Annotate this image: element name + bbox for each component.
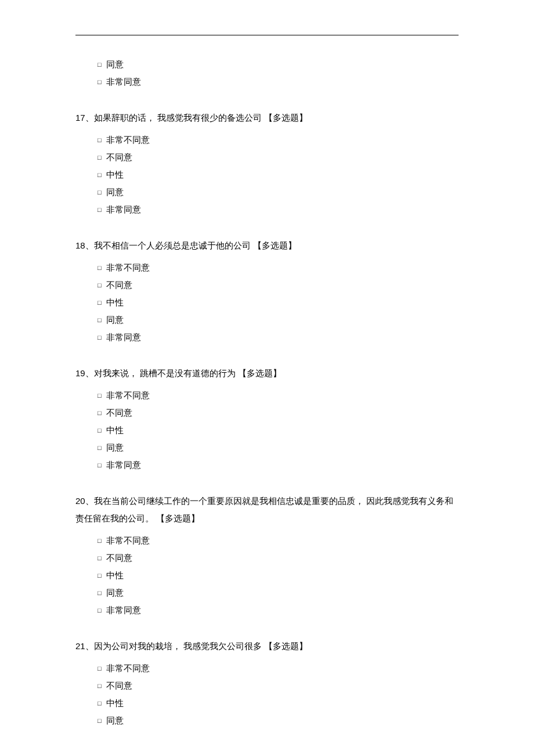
question-body: 我在当前公司继续工作的一个重要原因就是我相信忠诚是重要的品质， 因此我感觉我有义… [75, 496, 453, 523]
question-tag: 【多选题】 [156, 513, 200, 523]
checkbox-icon[interactable]: □ [98, 586, 102, 599]
question-number: 20、 [75, 496, 94, 506]
checkbox-icon[interactable]: □ [98, 441, 102, 454]
option-label: 中性 [106, 694, 124, 712]
option-item: □ 非常同意 [98, 456, 459, 474]
checkbox-icon[interactable]: □ [98, 604, 102, 617]
question-text: 18、我不相信一个人必须总是忠诚于他的公司 【多选题】 [75, 237, 459, 254]
option-label: 中性 [106, 422, 124, 439]
checkbox-icon[interactable]: □ [98, 697, 102, 710]
checkbox-icon[interactable]: □ [98, 279, 102, 291]
question-body: 如果辞职的话， 我感觉我有很少的备选公司 [94, 113, 262, 123]
checkbox-icon[interactable]: □ [98, 389, 102, 402]
question-tag: 【多选题】 [238, 368, 282, 378]
option-list: □ 非常不同意 □ 不同意 □ 中性 □ 同意 □ 非常同意 [75, 259, 459, 346]
option-label: 不同意 [106, 549, 132, 567]
option-item: □ 同意 [98, 712, 459, 729]
option-item: □ 非常同意 [98, 329, 459, 346]
question-text: 20、我在当前公司继续工作的一个重要原因就是我相信忠诚是重要的品质， 因此我感觉… [75, 492, 459, 527]
question-number: 21、 [75, 641, 94, 651]
option-label: 同意 [106, 311, 124, 329]
option-label: 非常同意 [106, 201, 141, 218]
option-item: □ 非常不同意 [98, 259, 459, 276]
option-label: 同意 [106, 183, 124, 201]
question-block-18: 18、我不相信一个人必须总是忠诚于他的公司 【多选题】 □ 非常不同意 □ 不同… [75, 237, 459, 346]
question-number: 18、 [75, 240, 94, 250]
question-body: 对我来说， 跳槽不是没有道德的行为 [94, 368, 236, 378]
option-label: 非常不同意 [106, 387, 150, 404]
question-text: 21、因为公司对我的栽培， 我感觉我欠公司很多 【多选题】 [75, 638, 459, 655]
option-list: □ 非常不同意 □ 不同意 □ 中性 □ 同意 □ 非常同意 [75, 387, 459, 474]
option-item: □ 非常同意 [98, 73, 459, 91]
checkbox-icon[interactable]: □ [98, 552, 102, 564]
option-item: □ 中性 [98, 166, 459, 183]
option-item: □ 中性 [98, 422, 459, 439]
checkbox-icon[interactable]: □ [98, 168, 102, 181]
option-label: 同意 [106, 584, 124, 602]
question-tag: 【多选题】 [264, 641, 308, 651]
option-item: □ 同意 [98, 183, 459, 201]
option-item: □ 中性 [98, 694, 459, 712]
question-block-17: 17、如果辞职的话， 我感觉我有很少的备选公司 【多选题】 □ 非常不同意 □ … [75, 109, 459, 218]
question-block-20: 20、我在当前公司继续工作的一个重要原因就是我相信忠诚是重要的品质， 因此我感觉… [75, 492, 459, 619]
option-label: 中性 [106, 166, 124, 183]
option-item: □ 非常不同意 [98, 131, 459, 149]
checkbox-icon[interactable]: □ [98, 424, 102, 437]
checkbox-icon[interactable]: □ [98, 75, 102, 88]
checkbox-icon[interactable]: □ [98, 714, 102, 727]
checkbox-icon[interactable]: □ [98, 662, 102, 675]
checkbox-icon[interactable]: □ [98, 203, 102, 216]
option-item: □ 不同意 [98, 149, 459, 166]
option-label: 不同意 [106, 149, 132, 166]
question-number: 19、 [75, 368, 94, 378]
checkbox-icon[interactable]: □ [98, 331, 102, 344]
checkbox-icon[interactable]: □ [98, 186, 102, 199]
option-label: 同意 [106, 712, 124, 729]
checkbox-icon[interactable]: □ [98, 406, 102, 419]
option-item: □ 不同意 [98, 677, 459, 694]
header-divider [75, 35, 459, 35]
checkbox-icon[interactable]: □ [98, 459, 102, 471]
checkbox-icon[interactable]: □ [98, 314, 102, 326]
checkbox-icon[interactable]: □ [98, 569, 102, 582]
page-container: □ 同意 □ 非常同意 17、如果辞职的话， 我感觉我有很少的备选公司 【多选题… [0, 0, 534, 756]
option-label: 非常不同意 [106, 259, 150, 276]
checkbox-icon[interactable]: □ [98, 151, 102, 164]
option-item: □ 中性 [98, 567, 459, 584]
option-label: 非常同意 [106, 602, 141, 619]
option-item: □ 同意 [98, 56, 459, 73]
option-item: □ 不同意 [98, 276, 459, 294]
option-item: □ 同意 [98, 311, 459, 329]
option-list: □ 非常不同意 □ 不同意 □ 中性 □ 同意 [75, 660, 459, 729]
option-label: 同意 [106, 56, 124, 73]
question-block-19: 19、对我来说， 跳槽不是没有道德的行为 【多选题】 □ 非常不同意 □ 不同意… [75, 365, 459, 474]
option-item: □ 不同意 [98, 549, 459, 567]
option-label: 非常同意 [106, 456, 141, 474]
checkbox-icon[interactable]: □ [98, 534, 102, 547]
question-tag: 【多选题】 [264, 113, 308, 123]
orphan-option-list: □ 同意 □ 非常同意 [75, 56, 459, 91]
checkbox-icon[interactable]: □ [98, 679, 102, 692]
question-text: 17、如果辞职的话， 我感觉我有很少的备选公司 【多选题】 [75, 109, 459, 127]
question-body: 我不相信一个人必须总是忠诚于他的公司 [94, 240, 251, 250]
option-label: 中性 [106, 567, 124, 584]
option-label: 非常同意 [106, 73, 141, 91]
question-text: 19、对我来说， 跳槽不是没有道德的行为 【多选题】 [75, 365, 459, 382]
option-label: 不同意 [106, 404, 132, 422]
checkbox-icon[interactable]: □ [98, 134, 102, 146]
checkbox-icon[interactable]: □ [98, 58, 102, 71]
question-block-21: 21、因为公司对我的栽培， 我感觉我欠公司很多 【多选题】 □ 非常不同意 □ … [75, 638, 459, 729]
option-label: 非常不同意 [106, 532, 150, 549]
option-label: 不同意 [106, 677, 132, 694]
question-number: 17、 [75, 113, 94, 123]
checkbox-icon[interactable]: □ [98, 296, 102, 309]
option-label: 同意 [106, 439, 124, 456]
option-item: □ 非常不同意 [98, 387, 459, 404]
option-list: □ 非常不同意 □ 不同意 □ 中性 □ 同意 □ 非常同意 [75, 131, 459, 218]
option-item: □ 同意 [98, 584, 459, 602]
checkbox-icon[interactable]: □ [98, 261, 102, 274]
option-label: 非常不同意 [106, 131, 150, 149]
option-label: 非常同意 [106, 329, 141, 346]
option-label: 非常不同意 [106, 660, 150, 677]
option-item: □ 非常同意 [98, 201, 459, 218]
